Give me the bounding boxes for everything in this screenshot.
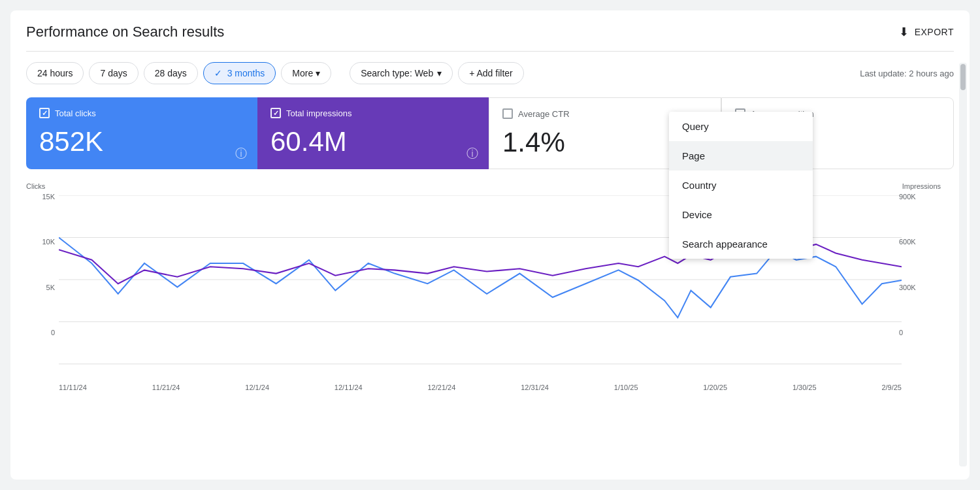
x-label-8: 1/30/25	[792, 384, 817, 391]
y-right-title: Impressions	[895, 182, 941, 190]
checkbox-ctr	[502, 108, 513, 119]
last-update: Last update: 2 hours ago	[860, 69, 954, 78]
y-left-15k: 15K	[42, 193, 55, 201]
y-right-0: 0	[899, 329, 903, 336]
dropdown-item-page[interactable]: Page	[669, 141, 813, 171]
more-button[interactable]: More ▾	[281, 62, 331, 84]
y-right-300k: 300K	[899, 284, 916, 291]
x-label-1: 11/21/24	[152, 384, 180, 391]
export-button[interactable]: ⬇ EXPORT	[899, 25, 954, 39]
help-icon-impressions: ⓘ	[466, 146, 478, 161]
metric-value-impressions: 60.4M	[270, 126, 476, 157]
x-label-5: 12/31/24	[521, 384, 549, 391]
x-label-3: 12/11/24	[335, 384, 363, 391]
filter-dropdown: Query Page Country Device Search appeara…	[669, 112, 813, 259]
checkbox-clicks	[39, 108, 50, 118]
time-filter-3m-label: 3 months	[227, 68, 265, 78]
x-label-9: 2/9/25	[881, 384, 902, 391]
export-label: EXPORT	[915, 27, 954, 37]
y-right-600k: 600K	[899, 238, 916, 246]
x-label-4: 12/21/24	[428, 384, 456, 391]
x-label-6: 1/10/25	[614, 384, 638, 391]
y-axis-left: Clicks 15K 10K 5K 0	[26, 182, 59, 365]
time-filter-24h[interactable]: 24 hours	[26, 62, 84, 84]
metric-card-clicks[interactable]: Total clicks 852K ⓘ	[26, 97, 257, 169]
metric-label-impressions: Total impressions	[270, 108, 476, 118]
header-row: Performance on Search results ⬇ EXPORT	[26, 24, 954, 52]
y-right-900k: 900K	[899, 193, 916, 201]
export-icon: ⬇	[899, 25, 909, 39]
y-left-title: Clicks	[26, 182, 59, 190]
x-axis: 11/11/24 11/21/24 12/1/24 12/11/24 12/21…	[59, 384, 902, 391]
metric-label-clicks: Total clicks	[39, 108, 244, 118]
x-label-7: 1/20/25	[703, 384, 727, 391]
more-label: More	[292, 68, 313, 78]
dropdown-item-country[interactable]: Country	[669, 171, 813, 200]
time-filter-28d[interactable]: 28 days	[144, 62, 198, 84]
check-mark: ✓	[214, 68, 222, 78]
scrollbar-thumb	[960, 64, 966, 90]
page-title: Performance on Search results	[26, 24, 224, 41]
y-left-0: 0	[51, 329, 55, 336]
y-left-5k: 5K	[46, 284, 55, 291]
checkbox-impressions	[270, 108, 281, 118]
dropdown-item-query[interactable]: Query	[669, 112, 813, 141]
x-label-0: 11/11/24	[59, 384, 87, 391]
scrollbar[interactable]	[959, 63, 967, 466]
metric-card-impressions[interactable]: Total impressions 60.4M ⓘ	[257, 97, 489, 169]
dropdown-arrow-icon: ▾	[437, 68, 442, 78]
chart-area: Clicks 15K 10K 5K 0	[26, 182, 954, 391]
metric-value-clicks: 852K	[39, 126, 244, 157]
time-filter-7d[interactable]: 7 days	[89, 62, 138, 84]
search-type-label: Search type: Web	[361, 68, 433, 78]
y-left-10k: 10K	[42, 238, 55, 246]
add-filter-label: + Add filter	[469, 68, 513, 78]
dropdown-item-device[interactable]: Device	[669, 200, 813, 229]
search-type-button[interactable]: Search type: Web ▾	[350, 62, 453, 84]
time-filter-3m[interactable]: ✓ 3 months	[203, 62, 276, 84]
metrics-row: Total clicks 852K ⓘ Total impressions 60…	[26, 97, 954, 169]
help-icon-clicks: ⓘ	[235, 146, 247, 161]
dropdown-item-search-appearance[interactable]: Search appearance	[669, 229, 813, 259]
chevron-down-icon: ▾	[316, 68, 320, 78]
y-axis-right: Impressions 900K 600K 300K 0	[895, 182, 941, 365]
x-label-2: 12/1/24	[245, 384, 269, 391]
filter-row: 24 hours 7 days 28 days ✓ 3 months More …	[26, 62, 954, 84]
add-filter-button[interactable]: + Add filter	[458, 62, 524, 84]
